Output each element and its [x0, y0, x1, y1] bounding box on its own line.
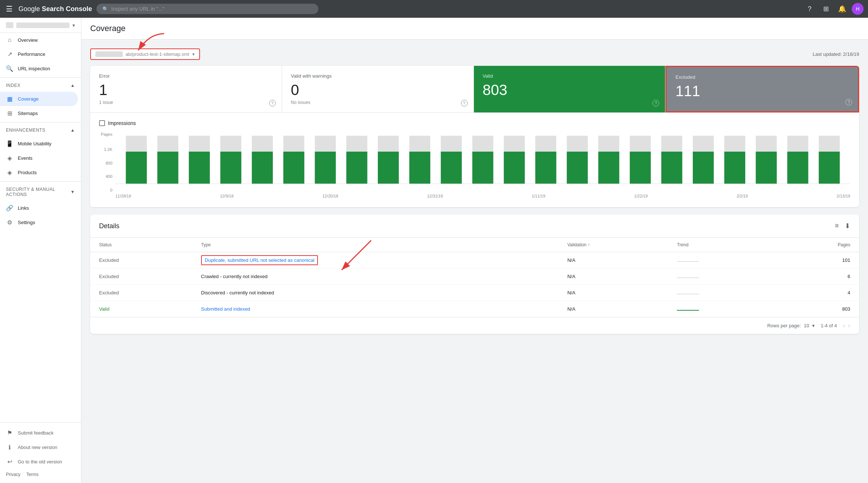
- sidebar-item-coverage[interactable]: ▦ Coverage: [0, 92, 78, 106]
- error-value: 1: [99, 82, 273, 98]
- index-collapse-icon: ▲: [71, 83, 75, 88]
- error-label: Error: [99, 73, 273, 79]
- enhancements-collapse-icon: ▲: [71, 128, 75, 133]
- svg-rect-41: [661, 152, 682, 184]
- sidebar-label-products: Products: [18, 170, 37, 175]
- stat-card-excluded[interactable]: Excluded 111 ?: [665, 66, 859, 112]
- menu-icon[interactable]: ☰: [4, 3, 14, 15]
- x-label-4: 12/31/18: [427, 194, 443, 198]
- page-header: Coverage: [81, 18, 868, 40]
- info-icon: ℹ: [6, 444, 13, 451]
- index-section-header[interactable]: Index ▲: [0, 79, 81, 92]
- x-label-6: 1/22/19: [634, 194, 648, 198]
- apps-button[interactable]: ⊞: [819, 2, 833, 16]
- svg-rect-31: [346, 152, 367, 184]
- cell-type[interactable]: Discovered - currently not indexed: [192, 285, 559, 301]
- sidebar-item-about-new-version[interactable]: ℹ About new version: [0, 440, 81, 455]
- sidebar-label-about-new-version: About new version: [18, 445, 57, 450]
- sidebar-item-url-inspection[interactable]: 🔍 URL inspection: [0, 61, 78, 76]
- valid-warnings-help-icon[interactable]: ?: [461, 100, 468, 107]
- pagination-prev-button[interactable]: ‹: [843, 322, 845, 330]
- chart-x-labels: 11/28/18 12/9/18 12/20/18 12/31/18 1/11/…: [115, 192, 850, 200]
- table-row[interactable]: Valid Submitted and indexed N/A 803: [90, 301, 859, 317]
- sidebar-label-settings: Settings: [18, 220, 35, 225]
- x-label-3: 12/20/18: [322, 194, 338, 198]
- sidebar-label-submit-feedback: Submit feedback: [18, 430, 54, 436]
- sidebar-item-submit-feedback[interactable]: ⚑ Submit feedback: [0, 426, 81, 440]
- privacy-link[interactable]: Privacy: [6, 472, 20, 477]
- sidebar-item-mobile-usability[interactable]: 📱 Mobile Usability: [0, 136, 78, 151]
- table-row[interactable]: Excluded Crawled - currently not indexed…: [90, 268, 859, 285]
- search-bar[interactable]: 🔍: [96, 4, 318, 14]
- filter-dropdown[interactable]: ████████ ab/product-test-1-sitemap.xml ▾: [90, 48, 200, 60]
- filter-icon-button[interactable]: ≡: [835, 222, 839, 230]
- pagination-next-button[interactable]: ›: [848, 322, 850, 330]
- svg-rect-45: [787, 152, 808, 184]
- filter-bar: ████████ ab/product-test-1-sitemap.xml ▾…: [90, 48, 859, 60]
- events-icon: ◈: [6, 155, 13, 162]
- property-selector[interactable]: ████████████ ▾: [0, 18, 81, 33]
- security-collapse-icon: ▼: [71, 189, 75, 195]
- sidebar-item-overview[interactable]: ⌂ Overview: [0, 33, 78, 47]
- col-header-validation: Validation ↑: [559, 238, 668, 252]
- sidebar-label-overview: Overview: [18, 37, 38, 43]
- stat-card-valid-warnings[interactable]: Valid with warnings 0 No issues ?: [282, 66, 474, 112]
- cell-type[interactable]: Crawled - currently not indexed: [192, 268, 559, 285]
- excluded-help-icon[interactable]: ?: [845, 99, 852, 105]
- sidebar-bottom: ⚑ Submit feedback ℹ About new version ↩ …: [0, 422, 81, 483]
- impressions-label: Impressions: [108, 120, 136, 126]
- svg-rect-40: [630, 152, 651, 184]
- cell-type[interactable]: Submitted and indexed: [192, 301, 559, 317]
- impressions-checkbox[interactable]: [99, 120, 105, 126]
- property-icon: [6, 22, 13, 28]
- valid-warnings-label: Valid with warnings: [291, 73, 465, 79]
- sidebar-item-sitemaps[interactable]: ⊞ Sitemaps: [0, 106, 78, 121]
- cell-type[interactable]: Duplicate, submitted URL not selected as…: [192, 252, 559, 268]
- sidebar-item-performance[interactable]: ↗ Performance: [0, 47, 78, 61]
- details-container: Details ≡ ⬇ Status Type Validation ↑ Tre…: [90, 215, 859, 334]
- x-label-5: 1/11/19: [532, 194, 545, 198]
- table-row[interactable]: Excluded Discovered - currently not inde…: [90, 285, 859, 301]
- download-button[interactable]: ⬇: [845, 222, 850, 230]
- y-label-pages: Pages: [99, 132, 112, 136]
- terms-link[interactable]: Terms: [26, 472, 38, 477]
- feedback-icon: ⚑: [6, 429, 13, 436]
- error-help-icon[interactable]: ?: [269, 100, 276, 107]
- sidebar-divider-3: [0, 181, 81, 182]
- sidebar-divider-2: [0, 122, 81, 122]
- stat-card-error[interactable]: Error 1 1 issue ?: [90, 66, 282, 112]
- search-input[interactable]: [111, 6, 312, 12]
- last-updated: Last updated: 2/18/19: [813, 51, 859, 57]
- sidebar-divider-1: [0, 77, 81, 78]
- help-button[interactable]: ?: [803, 2, 816, 16]
- rows-per-page-dropdown-icon[interactable]: ▾: [812, 323, 815, 328]
- stat-card-valid[interactable]: Valid 803 ?: [474, 66, 666, 112]
- pagination-range: 1-4 of 4: [821, 323, 837, 328]
- enhancements-section-header[interactable]: Enhancements ▲: [0, 124, 81, 136]
- valid-help-icon[interactable]: ?: [652, 100, 659, 107]
- col-header-pages: Pages: [777, 238, 859, 252]
- sidebar-label-url-inspection: URL inspection: [18, 66, 50, 71]
- coverage-icon: ▦: [6, 95, 13, 102]
- svg-rect-39: [598, 152, 619, 184]
- sidebar-item-links[interactable]: 🔗 Links: [0, 201, 78, 215]
- sidebar-item-go-to-old-version[interactable]: ↩ Go to the old version: [0, 455, 81, 469]
- pagination: Rows per page: 10 ▾ 1-4 of 4 ‹ ›: [90, 317, 859, 334]
- impressions-toggle[interactable]: Impressions: [99, 120, 850, 126]
- trend-indicator: [677, 261, 699, 262]
- sidebar-item-events[interactable]: ◈ Events: [0, 151, 78, 165]
- notifications-button[interactable]: 🔔: [835, 2, 849, 16]
- details-actions: ≡ ⬇: [835, 222, 850, 230]
- filter-dropdown-icon: ▾: [192, 51, 195, 57]
- sidebar-label-coverage: Coverage: [18, 96, 38, 102]
- table-row[interactable]: Excluded Duplicate, submitted URL not se…: [90, 252, 859, 268]
- sidebar-item-settings[interactable]: ⚙ Settings: [0, 215, 78, 230]
- cell-pages: 4: [777, 285, 859, 301]
- table-header-row: Status Type Validation ↑ Trend Pages: [90, 238, 859, 252]
- avatar[interactable]: H: [852, 3, 864, 15]
- settings-icon: ⚙: [6, 219, 13, 226]
- sidebar-label-performance: Performance: [18, 51, 45, 57]
- security-section-header[interactable]: Security & Manual Actions ▼: [0, 183, 81, 201]
- chart-svg: [115, 132, 850, 191]
- sidebar-item-products[interactable]: ◈ Products: [0, 165, 78, 180]
